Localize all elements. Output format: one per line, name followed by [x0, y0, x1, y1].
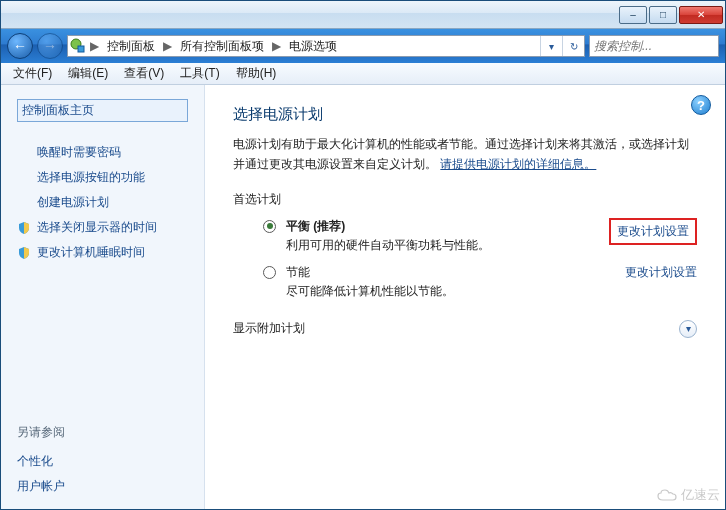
change-plan-settings-link[interactable]: 更改计划设置 — [625, 264, 697, 281]
sidebar-link-sleep-time[interactable]: 更改计算机睡眠时间 — [17, 240, 188, 265]
menu-edit[interactable]: 编辑(E) — [60, 63, 116, 84]
help-icon[interactable]: ? — [691, 95, 711, 115]
page-description: 电源计划有助于最大化计算机的性能或者节能。通过选择计划来将其激活，或选择计划并通… — [233, 134, 697, 175]
shield-icon — [17, 221, 31, 235]
sidebar-link-label: 创建电源计划 — [37, 194, 109, 211]
breadcrumb-seg-2[interactable]: 所有控制面板项 — [174, 36, 270, 56]
plan-name: 节能 — [286, 264, 615, 281]
plan-desc: 利用可用的硬件自动平衡功耗与性能。 — [286, 237, 599, 254]
plan-radio-balanced[interactable] — [263, 220, 276, 233]
chevron-down-icon: ▾ — [679, 320, 697, 338]
navbar: ← → ▶ 控制面板 ▶ 所有控制面板项 ▶ 电源选项 ▾ ↻ 🔍 — [1, 29, 725, 63]
see-also-user-accounts[interactable]: 用户帐户 — [17, 474, 188, 499]
sidebar-link-label: 选择电源按钮的功能 — [37, 169, 145, 186]
sidebar-link-label: 选择关闭显示器的时间 — [37, 219, 157, 236]
sidebar: 控制面板主页 唤醒时需要密码 选择电源按钮的功能 创建电源计划 选择关闭显示器的… — [1, 85, 205, 509]
close-button[interactable]: ✕ — [679, 6, 723, 24]
plan-radio-saver[interactable] — [263, 266, 276, 279]
content-pane: ? 选择电源计划 电源计划有助于最大化计算机的性能或者节能。通过选择计划来将其激… — [205, 85, 725, 509]
preferred-plans-heading: 首选计划 — [233, 191, 697, 208]
breadcrumb-sep-icon: ▶ — [270, 39, 283, 53]
search-box[interactable]: 🔍 — [589, 35, 719, 57]
expander-label: 显示附加计划 — [233, 320, 305, 337]
breadcrumb-seg-1[interactable]: 控制面板 — [101, 36, 161, 56]
plan-desc: 尽可能降低计算机性能以节能。 — [286, 283, 615, 300]
change-plan-settings-link[interactable]: 更改计划设置 — [609, 218, 697, 245]
address-bar[interactable]: ▶ 控制面板 ▶ 所有控制面板项 ▶ 电源选项 ▾ ↻ — [67, 35, 585, 57]
sidebar-link-create-plan[interactable]: 创建电源计划 — [17, 190, 188, 215]
page-title: 选择电源计划 — [233, 105, 697, 124]
show-additional-plans[interactable]: 显示附加计划 ▾ — [233, 320, 697, 338]
menu-view[interactable]: 查看(V) — [116, 63, 172, 84]
see-also-personalization[interactable]: 个性化 — [17, 449, 188, 474]
menu-file[interactable]: 文件(F) — [5, 63, 60, 84]
plan-name: 平衡 (推荐) — [286, 218, 599, 235]
menu-help[interactable]: 帮助(H) — [228, 63, 285, 84]
control-panel-home-link[interactable]: 控制面板主页 — [17, 99, 188, 122]
see-also-label: 用户帐户 — [17, 478, 65, 495]
breadcrumb-sep-icon: ▶ — [88, 39, 101, 53]
menu-tools[interactable]: 工具(T) — [172, 63, 227, 84]
control-panel-icon — [68, 36, 88, 56]
menubar: 文件(F) 编辑(E) 查看(V) 工具(T) 帮助(H) — [1, 63, 725, 85]
desc-details-link[interactable]: 请提供电源计划的详细信息。 — [440, 157, 596, 171]
minimize-button[interactable]: – — [619, 6, 647, 24]
watermark: 亿速云 — [657, 486, 720, 504]
svg-rect-1 — [78, 46, 84, 52]
breadcrumb-seg-3[interactable]: 电源选项 — [283, 36, 343, 56]
see-also-label: 个性化 — [17, 453, 53, 470]
sidebar-link-label: 更改计算机睡眠时间 — [37, 244, 145, 261]
address-dropdown-icon[interactable]: ▾ — [540, 36, 562, 56]
sidebar-link-power-button[interactable]: 选择电源按钮的功能 — [17, 165, 188, 190]
power-plan-balanced: 平衡 (推荐) 利用可用的硬件自动平衡功耗与性能。 更改计划设置 — [263, 218, 697, 254]
search-input[interactable] — [590, 39, 726, 53]
refresh-icon[interactable]: ↻ — [562, 36, 584, 56]
forward-button: → — [37, 33, 63, 59]
sidebar-link-display-off[interactable]: 选择关闭显示器的时间 — [17, 215, 188, 240]
shield-icon — [17, 246, 31, 260]
cloud-icon — [657, 488, 677, 502]
back-button[interactable]: ← — [7, 33, 33, 59]
sidebar-link-label: 唤醒时需要密码 — [37, 144, 121, 161]
maximize-button[interactable]: □ — [649, 6, 677, 24]
titlebar: – □ ✕ — [1, 1, 725, 29]
power-plan-saver: 节能 尽可能降低计算机性能以节能。 更改计划设置 — [263, 264, 697, 300]
sidebar-link-require-password[interactable]: 唤醒时需要密码 — [17, 140, 188, 165]
see-also-heading: 另请参阅 — [17, 424, 188, 441]
breadcrumb-sep-icon: ▶ — [161, 39, 174, 53]
